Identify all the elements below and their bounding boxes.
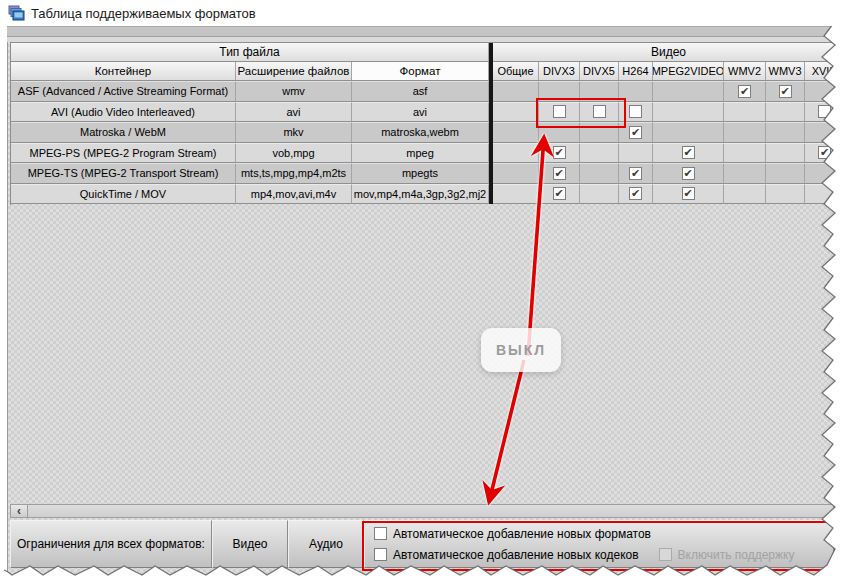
codec-cell xyxy=(766,122,805,143)
row-4-format: mpegts xyxy=(352,163,489,184)
checkbox-checked[interactable]: ✔ xyxy=(629,167,642,180)
screenshot-root: Таблица поддерживаемых форматов Тип файл… xyxy=(0,0,844,582)
checkbox-checked[interactable]: ✔ xyxy=(629,126,642,139)
codec-cell xyxy=(493,184,539,205)
scrollbar-track[interactable] xyxy=(28,505,833,517)
codec-cell xyxy=(653,102,724,123)
codec-cell xyxy=(805,122,844,143)
row-3-format: mpeg xyxy=(352,143,489,164)
codec-cell: ✔ xyxy=(805,143,844,164)
chevron-left-icon: ‹ xyxy=(17,505,21,517)
column-header-extensions[interactable]: Расширение файлов xyxy=(236,62,352,81)
window-title: Таблица поддерживаемых форматов xyxy=(31,6,256,21)
supported-formats-table: Тип файла Видео Контейнер Расширение фай… xyxy=(10,42,844,205)
codec-cell: ✔ xyxy=(653,143,724,164)
codec-cell xyxy=(766,184,805,205)
row-5-format: mov,mp4,m4a,3gp,3g2,mj2 xyxy=(352,184,489,205)
checkbox-checked[interactable]: ✔ xyxy=(553,187,566,200)
title-bar: Таблица поддерживаемых форматов xyxy=(0,0,844,26)
row-3-extensions: vob,mpg xyxy=(236,143,352,164)
codec-cell: ✔ xyxy=(539,163,580,184)
codec-cell xyxy=(493,81,539,102)
codec-cell xyxy=(724,122,766,143)
codec-cell: ✔ xyxy=(653,184,724,205)
row-5-extensions: mp4,mov,avi,m4v xyxy=(236,184,352,205)
codec-cell xyxy=(619,143,653,164)
row-0-extensions: wmv xyxy=(236,81,352,102)
codec-cell: ✔ xyxy=(724,81,766,102)
row-2-extensions: mkv xyxy=(236,122,352,143)
row-4-container: MPEG-TS (MPEG-2 Transport Stream) xyxy=(11,163,236,184)
row-1-container: AVI (Audio Video Interleaved) xyxy=(11,102,236,123)
codec-cell xyxy=(766,102,805,123)
codec-cell: ✔ xyxy=(539,184,580,205)
codec-cell xyxy=(805,163,844,184)
codec-cell xyxy=(493,143,539,164)
codec-column-header[interactable]: H264 xyxy=(619,62,653,81)
codec-cell: ✔ xyxy=(619,184,653,205)
checkbox-checked[interactable]: ✔ xyxy=(553,146,566,159)
codec-cell xyxy=(493,163,539,184)
codec-cell xyxy=(724,143,766,164)
codec-cell xyxy=(724,163,766,184)
codec-cell xyxy=(724,102,766,123)
row-0-container: ASF (Advanced / Active Streaming Format) xyxy=(11,81,236,102)
column-header-format[interactable]: Формат xyxy=(352,62,489,81)
codec-cell: ✔ xyxy=(653,163,724,184)
group-header-video: Видео xyxy=(493,43,844,62)
codec-column-header[interactable]: WMV2 xyxy=(724,62,766,81)
codec-cell xyxy=(805,184,844,205)
codec-cell xyxy=(766,143,805,164)
codec-cell: ✔ xyxy=(539,143,580,164)
checkbox-unchecked[interactable] xyxy=(818,105,831,118)
toolbar-strip xyxy=(7,26,844,42)
video-button[interactable]: Видео xyxy=(212,520,288,568)
codec-column-header[interactable]: MPEG2VIDEO xyxy=(653,62,724,81)
codec-column-header[interactable]: Общие xyxy=(493,62,539,81)
codec-cell xyxy=(493,102,539,123)
checkbox-checked[interactable]: ✔ xyxy=(629,187,642,200)
checkbox-checked[interactable]: ✔ xyxy=(682,187,695,200)
codec-column-header[interactable]: DIVX3 xyxy=(539,62,580,81)
codec-cell xyxy=(766,163,805,184)
scroll-left-button[interactable]: ‹ xyxy=(11,505,28,517)
group-header-file-type: Тип файла xyxy=(11,43,489,62)
checkbox-checked[interactable]: ✔ xyxy=(738,85,751,98)
row-3-container: MPEG-PS (MPEG-2 Program Stream) xyxy=(11,143,236,164)
annotation-rect-divx-checkboxes xyxy=(536,98,626,128)
codec-cell xyxy=(724,184,766,205)
row-1-extensions: avi xyxy=(236,102,352,123)
codec-cell xyxy=(653,122,724,143)
row-2-container: Matroska / WebM xyxy=(11,122,236,143)
checkbox-checked[interactable]: ✔ xyxy=(682,146,695,159)
checkbox-checked[interactable]: ✔ xyxy=(818,146,831,159)
row-5-container: QuickTime / MOV xyxy=(11,184,236,205)
row-1-format: avi xyxy=(352,102,489,123)
codec-cell xyxy=(805,102,844,123)
codec-cell xyxy=(493,122,539,143)
off-badge: ВЫКЛ xyxy=(481,328,561,372)
app-window-icon xyxy=(8,5,25,22)
codec-column-header[interactable]: WMV3 xyxy=(766,62,805,81)
codec-cell xyxy=(580,184,619,205)
codec-cell xyxy=(580,163,619,184)
codec-cell: ✔ xyxy=(619,163,653,184)
annotation-rect-options xyxy=(362,521,836,571)
codec-column-header[interactable]: XVID xyxy=(805,62,844,81)
column-header-container[interactable]: Контейнер xyxy=(11,62,236,81)
codec-cell xyxy=(653,81,724,102)
checkbox-checked[interactable]: ✔ xyxy=(553,167,566,180)
checkbox-checked[interactable]: ✔ xyxy=(779,85,792,98)
row-4-extensions: mts,ts,mpg,mp4,m2ts xyxy=(236,163,352,184)
codec-column-header[interactable]: DIVX5 xyxy=(580,62,619,81)
row-0-format: asf xyxy=(352,81,489,102)
checkbox-unchecked[interactable] xyxy=(629,105,642,118)
codec-cell xyxy=(580,143,619,164)
codec-cell xyxy=(805,81,844,102)
horizontal-scrollbar[interactable]: ‹ xyxy=(10,504,834,518)
row-2-format: matroska,webm xyxy=(352,122,489,143)
codec-cell: ✔ xyxy=(766,81,805,102)
checkbox-checked[interactable]: ✔ xyxy=(682,167,695,180)
audio-button[interactable]: Аудио xyxy=(288,520,364,568)
restrictions-label: Ограничения для всех форматов: xyxy=(10,520,212,568)
